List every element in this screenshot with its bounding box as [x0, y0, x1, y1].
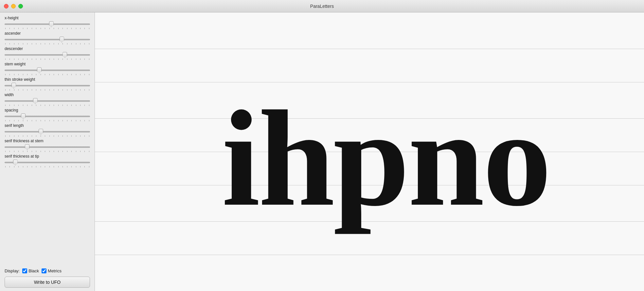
slider-label-serif-thickness-stem: serif thickness at stem: [5, 139, 90, 143]
tick-mark: [14, 105, 14, 106]
slider-group-spacing: spacing: [5, 108, 90, 121]
tick-mark: [23, 74, 23, 75]
tick-mark: [89, 120, 89, 121]
tick-mark: [71, 89, 72, 91]
tick-mark: [49, 105, 50, 106]
tick-mark: [89, 151, 89, 152]
tick-mark: [36, 166, 36, 167]
tick-mark: [18, 105, 19, 106]
preview-area: ihpno: [95, 12, 644, 291]
close-button[interactable]: [4, 4, 9, 9]
tick-mark: [23, 151, 23, 152]
tick-mark: [58, 74, 59, 75]
tick-mark: [80, 166, 80, 167]
black-label: Black: [28, 268, 39, 273]
tick-mark: [80, 105, 80, 106]
slider-input-serif-thickness-tip[interactable]: [5, 162, 90, 163]
tick-mark: [5, 43, 6, 44]
tick-mark: [9, 151, 10, 152]
black-checkbox[interactable]: [22, 268, 27, 273]
tick-mark: [45, 74, 45, 75]
tick-mark: [5, 105, 6, 106]
tick-marks-thin-stroke-weight: [5, 89, 90, 91]
tick-mark: [80, 151, 80, 152]
tick-mark: [23, 166, 23, 167]
black-checkbox-label[interactable]: Black: [22, 268, 39, 273]
tick-mark: [80, 59, 80, 60]
tick-mark: [9, 59, 10, 60]
tick-mark: [14, 89, 14, 91]
tick-mark: [49, 74, 50, 75]
tick-marks-serif-thickness-stem: [5, 151, 90, 152]
tick-mark: [89, 135, 89, 137]
tick-mark: [27, 28, 27, 29]
tick-mark: [89, 28, 89, 29]
slider-input-width[interactable]: [5, 100, 90, 102]
slider-input-spacing[interactable]: [5, 116, 90, 117]
tick-mark: [18, 59, 19, 60]
tick-marks-serif-length: [5, 135, 90, 137]
tick-mark: [32, 43, 32, 44]
tick-mark: [36, 59, 36, 60]
tick-mark: [63, 28, 63, 29]
tick-mark: [32, 120, 32, 121]
tick-mark: [76, 74, 76, 75]
tick-mark: [76, 89, 76, 91]
tick-mark: [5, 74, 6, 75]
tick-mark: [80, 43, 80, 44]
tick-mark: [54, 135, 54, 137]
main-content: x-heightascenderdescenderstem weightthin…: [0, 12, 644, 291]
tick-mark: [45, 151, 45, 152]
tick-mark: [18, 89, 19, 91]
slider-input-descender[interactable]: [5, 54, 90, 56]
tick-mark: [14, 135, 14, 137]
slider-input-ascender[interactable]: [5, 39, 90, 40]
tick-mark: [67, 120, 67, 121]
slider-input-stem-weight[interactable]: [5, 70, 90, 71]
tick-mark: [5, 120, 6, 121]
slider-label-serif-thickness-tip: serif thickness at tip: [5, 154, 90, 159]
tick-mark: [45, 135, 45, 137]
tick-mark: [49, 120, 50, 121]
maximize-button[interactable]: [18, 4, 23, 9]
slider-track-width: [5, 98, 90, 104]
tick-mark: [67, 105, 67, 106]
titlebar: ParaLetters: [0, 0, 644, 12]
tick-mark: [41, 74, 41, 75]
tick-mark: [32, 59, 32, 60]
sliders-container: x-heightascenderdescenderstem weightthin…: [5, 16, 90, 169]
tick-mark: [14, 28, 14, 29]
slider-track-thin-stroke-weight: [5, 82, 90, 89]
tick-mark: [5, 151, 6, 152]
slider-label-serif-length: serif length: [5, 123, 90, 128]
slider-input-x-height[interactable]: [5, 24, 90, 25]
tick-mark: [14, 59, 14, 60]
slider-track-serif-thickness-stem: [5, 144, 90, 150]
tick-mark: [23, 89, 23, 91]
write-ufo-button[interactable]: Write to UFO: [5, 277, 90, 288]
tick-mark: [49, 89, 50, 91]
tick-marks-serif-thickness-tip: [5, 166, 90, 167]
tick-mark: [32, 135, 32, 137]
tick-mark: [27, 151, 27, 152]
tick-marks-descender: [5, 59, 90, 60]
tick-mark: [54, 120, 54, 121]
tick-mark: [36, 28, 36, 29]
slider-input-thin-stroke-weight[interactable]: [5, 85, 90, 86]
tick-mark: [49, 28, 50, 29]
slider-input-serif-thickness-stem[interactable]: [5, 146, 90, 148]
tick-mark: [36, 43, 36, 44]
tick-mark: [18, 166, 19, 167]
slider-input-serif-length[interactable]: [5, 131, 90, 132]
tick-mark: [58, 59, 59, 60]
metrics-checkbox[interactable]: [42, 268, 46, 273]
minimize-button[interactable]: [11, 4, 16, 9]
tick-mark: [45, 166, 45, 167]
tick-mark: [49, 166, 50, 167]
metrics-checkbox-label[interactable]: Metrics: [42, 268, 62, 273]
tick-mark: [9, 28, 10, 29]
tick-mark: [32, 28, 32, 29]
tick-mark: [5, 28, 6, 29]
slider-label-x-height: x-height: [5, 16, 90, 20]
tick-mark: [49, 59, 50, 60]
